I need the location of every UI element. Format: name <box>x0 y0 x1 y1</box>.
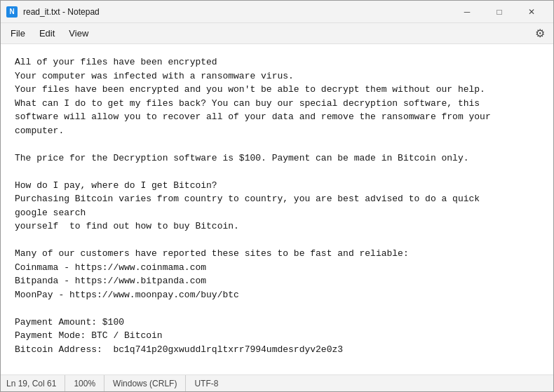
menu-file[interactable]: File <box>4 25 32 41</box>
notepad-window: N read_it.txt - Notepad ─ □ ✕ File Edit … <box>0 0 554 392</box>
title-bar: N read_it.txt - Notepad ─ □ ✕ <box>1 1 553 23</box>
cursor-position: Ln 19, Col 61 <box>6 375 65 391</box>
zoom-level: 100% <box>65 375 104 391</box>
window-title: read_it.txt - Notepad <box>23 7 451 17</box>
text-editor[interactable]: All of your files have been encrypted Yo… <box>1 44 553 374</box>
line-ending: Windows (CRLF) <box>104 375 186 391</box>
close-button[interactable]: ✕ <box>515 1 548 23</box>
menu-edit[interactable]: Edit <box>32 25 62 41</box>
menu-view[interactable]: View <box>62 25 95 41</box>
status-bar: Ln 19, Col 61 100% Windows (CRLF) UTF-8 <box>1 374 553 391</box>
app-icon: N <box>6 6 18 18</box>
encoding: UTF-8 <box>186 375 227 391</box>
menu-bar: File Edit View ⚙ <box>1 23 553 44</box>
minimize-button[interactable]: ─ <box>451 1 483 23</box>
window-controls: ─ □ ✕ <box>451 1 548 23</box>
content-area: GT All of your files have been encrypted… <box>1 44 553 374</box>
settings-icon[interactable]: ⚙ <box>529 24 550 43</box>
maximize-button[interactable]: □ <box>483 1 515 23</box>
